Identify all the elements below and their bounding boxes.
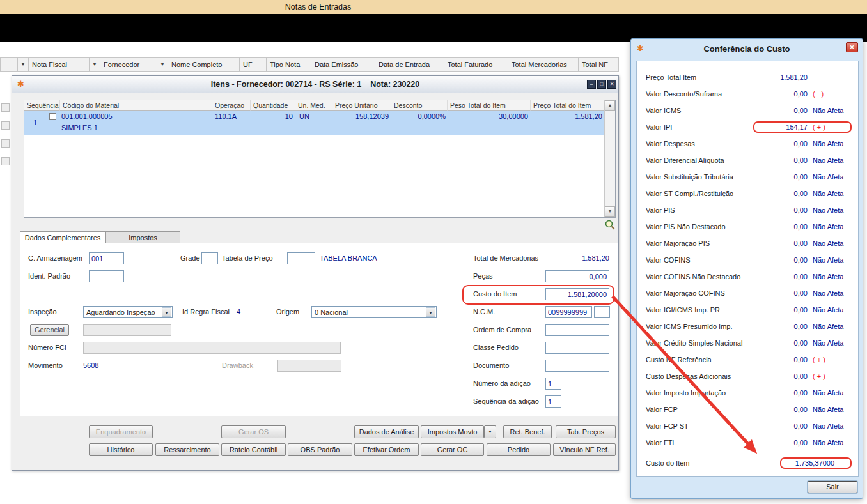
cost-window-titlebar[interactable]: ✱ Conferência do Custo ✕: [631, 39, 863, 58]
cost-row-label: Valor Imposto Importação: [646, 389, 753, 397]
top-black-band: [0, 14, 867, 42]
grid-col-quantidade[interactable]: Quantidade: [251, 100, 295, 111]
obs-padrao-button[interactable]: OBS Padrão: [288, 443, 352, 456]
column-header-data-entrada[interactable]: Data de Entrada: [375, 57, 444, 72]
dados-analise-button[interactable]: Dados de Análise: [354, 425, 419, 438]
c-armazenagem-label: C. Armazenagem: [28, 252, 82, 264]
fornecedor-filter-dropdown[interactable]: ▼: [90, 57, 100, 72]
efetivar-ordem-button[interactable]: Efetivar Ordem: [354, 443, 419, 456]
ncm-input[interactable]: [545, 306, 592, 318]
column-header-tipo-nota[interactable]: Tipo Nota: [267, 57, 311, 72]
gerar-oc-button[interactable]: Gerar OC: [421, 443, 484, 456]
column-header-total-nf[interactable]: Total NF: [579, 57, 619, 72]
column-header-fornecedor[interactable]: Fornecedor: [100, 57, 157, 72]
cost-row-label: Valor FCP: [646, 406, 753, 413]
enquadramento-button: Enquadramento: [89, 425, 153, 438]
numero-adicao-input[interactable]: [545, 378, 561, 390]
column-header-data-emissao[interactable]: Data Emissão: [311, 57, 375, 72]
ident-padrao-input[interactable]: [89, 270, 124, 282]
column-header-nota-fiscal[interactable]: Nota Fiscal: [29, 57, 90, 72]
cost-row-value: 0,00: [756, 240, 808, 247]
cost-row-suffix: Não Afeta: [813, 273, 848, 280]
column-header-total-mercadorias[interactable]: Total Mercadorias: [508, 57, 579, 72]
table-row[interactable]: 1 001.001.000005 SIMPLES 1 110.1A 10 UN …: [24, 111, 604, 135]
row-codigo: 001.001.000005: [61, 112, 113, 120]
cost-row-suffix: Não Afeta: [813, 422, 848, 430]
cost-row-label: Valor ICMS: [646, 107, 753, 114]
cost-row: Valor Imposto Importação0,00Não Afeta: [637, 385, 858, 401]
origem-select[interactable]: 0 Nacional ▼: [311, 306, 437, 318]
inspecao-value: Aguardando Inspeção: [86, 309, 155, 316]
sair-button[interactable]: Sair: [808, 481, 857, 493]
grid-col-preco-unitario[interactable]: Preço Unitário: [332, 100, 391, 111]
minimize-button[interactable]: –: [587, 80, 596, 89]
close-button[interactable]: ✕: [846, 42, 858, 52]
gerencial-button[interactable]: Gerencial: [30, 324, 69, 336]
sequencia-adicao-input[interactable]: [545, 395, 561, 408]
cost-row: Valor Crédito Simples Nacional0,00Não Af…: [637, 335, 858, 351]
grade-input[interactable]: [201, 252, 218, 264]
grid-col-sequencia[interactable]: Sequência: [24, 100, 60, 111]
close-button[interactable]: ✕: [607, 80, 616, 89]
cost-row: Valor COFINS Não Destacado0,00Não Afeta: [637, 268, 858, 285]
cost-row: Valor COFINS0,00Não Afeta: [637, 252, 858, 268]
ret-benef-button[interactable]: Ret. Benef.: [503, 425, 552, 438]
cost-row-group: 0,00Não Afeta: [753, 437, 852, 448]
cost-row: Valor IPI154,17( + ): [637, 119, 858, 135]
grid-col-un-med[interactable]: Un. Med.: [295, 100, 332, 111]
classe-pedido-input[interactable]: [545, 342, 609, 354]
cost-row-group: 0,00Não Afeta: [753, 188, 852, 199]
custo-item-input[interactable]: [545, 288, 609, 300]
cost-row-group: 0,00Não Afeta: [753, 304, 852, 316]
cost-row-label: Valor Diferencial Alíquota: [646, 157, 753, 164]
grid-col-peso-total[interactable]: Peso Total do Item: [448, 100, 531, 111]
cost-row-suffix: ( + ): [813, 372, 848, 380]
inspecao-select[interactable]: Aguardando Inspeção ▼: [83, 306, 173, 318]
tabela-preco-input[interactable]: [287, 252, 315, 264]
column-header-total-faturado[interactable]: Total Faturado: [444, 57, 508, 72]
scroll-up-button[interactable]: ▲: [605, 100, 615, 111]
magnifier-icon[interactable]: [604, 219, 616, 231]
maximize-button[interactable]: □: [597, 80, 606, 89]
rateio-contabil-button[interactable]: Rateio Contábil: [221, 443, 286, 456]
cost-row: Custo NF Referência0,00( + ): [637, 351, 858, 368]
grid-col-desconto[interactable]: Desconto: [391, 100, 448, 111]
c-armazenagem-input[interactable]: [89, 252, 124, 264]
vertical-scrollbar[interactable]: ▲ ▼: [604, 100, 615, 217]
cost-row-label: Valor FTI: [646, 439, 753, 447]
impostos-movto-dropdown[interactable]: ▼: [484, 425, 496, 438]
nota-fiscal-filter-dropdown[interactable]: ▼: [18, 57, 29, 72]
cost-row-label: Valor PIS Não Destacado: [646, 223, 753, 231]
gerencial-input: [83, 324, 171, 336]
cost-row-label: Valor COFINS: [646, 256, 753, 264]
tab-dados-complementares[interactable]: Dados Complementares: [20, 231, 105, 243]
cost-row: Valor ST Compl./Restituição0,00Não Afeta: [637, 185, 858, 202]
ncm-ex-input[interactable]: [594, 306, 610, 318]
documento-input[interactable]: [545, 360, 609, 372]
vinculo-nf-ref-button[interactable]: Vínculo NF Ref.: [553, 443, 616, 456]
page-title: Notas de Entradas: [285, 3, 352, 11]
cost-row-suffix: Não Afeta: [813, 206, 848, 214]
cost-row-label: Valor COFINS Não Destacado: [646, 273, 753, 280]
scroll-down-button[interactable]: ▼: [605, 206, 615, 217]
cost-row-suffix: Não Afeta: [813, 157, 848, 164]
cost-row-value: 0,00: [756, 289, 808, 297]
grid-col-preco-total[interactable]: Preço Total do Item: [531, 100, 604, 111]
historico-button[interactable]: Histórico: [89, 443, 153, 456]
itens-window-titlebar[interactable]: ✱ Itens - Fornecedor: 002714 - RS Série:…: [12, 76, 618, 93]
nome-completo-filter-dropdown[interactable]: ▼: [157, 57, 168, 72]
pedido-button[interactable]: Pedido: [487, 443, 551, 456]
grid-col-codigo-material[interactable]: Código do Material: [60, 100, 212, 111]
impostos-movto-button[interactable]: Impostos Movto: [421, 425, 484, 438]
column-header-nome-completo[interactable]: Nome Completo: [168, 57, 240, 72]
pecas-input[interactable]: [545, 270, 609, 282]
ressarcimento-button[interactable]: Ressarcimento: [155, 443, 219, 456]
tab-impostos[interactable]: Impostos: [105, 231, 180, 243]
ordem-compra-input[interactable]: [545, 324, 609, 336]
tab-precos-button[interactable]: Tab. Preços: [556, 425, 616, 438]
cost-row-suffix: ( - ): [813, 90, 848, 98]
column-header-uf[interactable]: UF: [240, 57, 267, 72]
row-checkbox[interactable]: [49, 113, 56, 120]
grid-col-operacao[interactable]: Operação: [212, 100, 251, 111]
row-preco-unitario: 158,12039: [332, 112, 389, 120]
